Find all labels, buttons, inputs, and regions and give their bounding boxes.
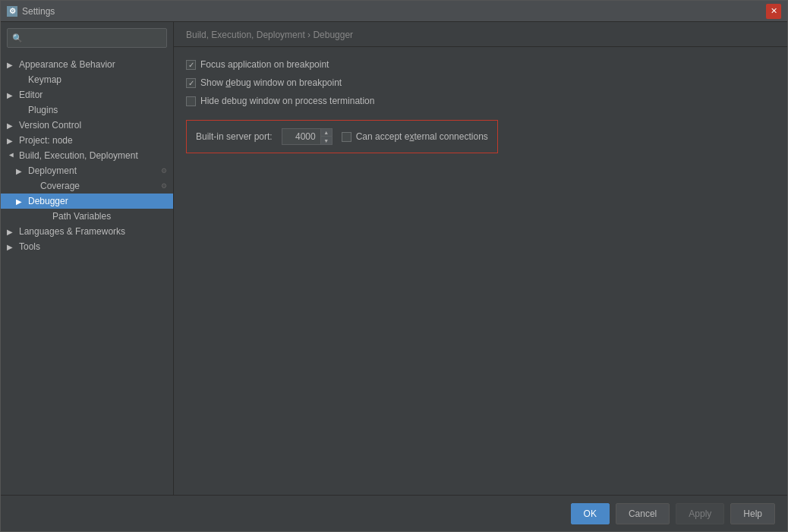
sidebar-item-project-node[interactable]: ▶ Project: node	[1, 133, 173, 148]
breadcrumb: Build, Execution, Deployment › Debugger	[174, 22, 787, 47]
external-connections-checkbox[interactable]	[342, 132, 351, 142]
search-box[interactable]: 🔍	[7, 28, 167, 48]
spinner-up-button[interactable]: ▲	[321, 129, 332, 137]
right-panel: Build, Execution, Deployment › Debugger …	[174, 22, 787, 495]
arrow-icon: ▶	[7, 91, 16, 99]
hide-debug-row: Hide debug window on process termination	[186, 96, 775, 106]
settings-icon: ⚙	[161, 167, 167, 175]
arrow-icon: ▶	[7, 121, 16, 130]
external-connections-row: Can accept external connections	[342, 131, 488, 142]
help-button[interactable]: Help	[730, 503, 775, 524]
sidebar-item-version-control[interactable]: ▶ Version Control	[1, 118, 173, 133]
arrow-icon: ▼	[8, 151, 16, 160]
main-content: 🔍 ▶ Appearance & Behavior Keymap ▶	[1, 22, 787, 495]
sidebar-item-build-execution-deployment[interactable]: ▼ Build, Execution, Deployment	[1, 148, 173, 163]
panel-content: Focus application on breakpoint Show deb…	[174, 47, 787, 495]
sidebar-item-keymap[interactable]: Keymap	[1, 72, 173, 87]
port-input[interactable]	[282, 129, 320, 144]
focus-app-checkbox[interactable]	[186, 60, 196, 70]
port-spinner: ▲ ▼	[320, 129, 332, 144]
settings-window: ⚙ Settings ✕ 🔍 ▶ Appearance & Behavior	[0, 0, 788, 532]
arrow-icon: ▶	[7, 137, 16, 145]
nav-tree: ▶ Appearance & Behavior Keymap ▶ Editor …	[1, 54, 173, 495]
hide-debug-label: Hide debug window on process termination	[200, 96, 374, 106]
spinner-down-button[interactable]: ▼	[321, 137, 332, 144]
sidebar-item-path-variables[interactable]: Path Variables	[1, 209, 173, 224]
search-input[interactable]	[26, 33, 162, 43]
arrow-icon: ▶	[16, 167, 25, 175]
close-button[interactable]: ✕	[766, 4, 781, 19]
show-debug-row: Show debug window on breakpoint	[186, 77, 775, 88]
show-debug-checkbox[interactable]	[186, 78, 196, 88]
sidebar-item-coverage[interactable]: Coverage ⚙	[1, 178, 173, 194]
sidebar-item-editor[interactable]: ▶ Editor	[1, 87, 173, 102]
settings-icon: ⚙	[161, 182, 167, 190]
focus-app-label: Focus application on breakpoint	[200, 59, 329, 70]
ok-button[interactable]: OK	[571, 503, 610, 524]
search-icon: 🔍	[12, 33, 23, 43]
sidebar: 🔍 ▶ Appearance & Behavior Keymap ▶	[1, 22, 174, 495]
server-port-box: Built-in server port: ▲ ▼ Can accept ext…	[186, 120, 498, 153]
port-input-wrapper: ▲ ▼	[282, 128, 333, 145]
cancel-button[interactable]: Cancel	[616, 503, 670, 524]
sidebar-item-tools[interactable]: ▶ Tools	[1, 239, 173, 254]
sidebar-item-debugger[interactable]: ▶ Debugger	[1, 194, 173, 209]
arrow-icon: ▶	[16, 197, 25, 206]
sidebar-item-languages-frameworks[interactable]: ▶ Languages & Frameworks	[1, 224, 173, 239]
sidebar-item-plugins[interactable]: Plugins	[1, 102, 173, 118]
app-icon: ⚙	[7, 6, 17, 17]
arrow-icon: ▶	[7, 228, 16, 236]
titlebar-left: ⚙ Settings	[7, 6, 55, 17]
focus-app-row: Focus application on breakpoint	[186, 59, 775, 70]
window-title: Settings	[22, 6, 55, 17]
arrow-icon: ▶	[7, 61, 16, 69]
apply-button[interactable]: Apply	[676, 503, 724, 524]
hide-debug-checkbox[interactable]	[186, 96, 196, 106]
sidebar-item-appearance-behavior[interactable]: ▶ Appearance & Behavior	[1, 57, 173, 72]
arrow-icon: ▶	[7, 243, 16, 251]
sidebar-item-deployment[interactable]: ▶ Deployment ⚙	[1, 163, 173, 178]
external-connections-label: Can accept external connections	[356, 131, 488, 142]
show-debug-label: Show debug window on breakpoint	[200, 77, 342, 88]
bottom-bar: OK Cancel Apply Help	[1, 495, 787, 531]
titlebar: ⚙ Settings ✕	[1, 1, 787, 22]
port-label: Built-in server port:	[196, 131, 273, 142]
